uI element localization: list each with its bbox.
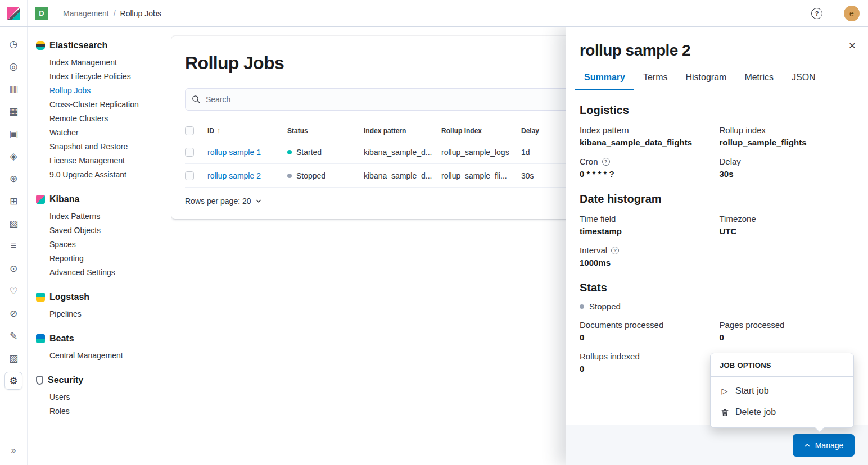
- top-navigation-bar: D Management / Rollup Jobs ? e: [0, 0, 868, 27]
- index-pattern-cell: kibana_sample_d...: [364, 148, 432, 157]
- status-cell: Started: [287, 148, 355, 157]
- help-icon[interactable]: ?: [602, 158, 610, 166]
- section-title: Logistics: [580, 104, 855, 117]
- rows-per-page-button[interactable]: Rows per page: 20: [185, 197, 262, 206]
- detail-item-rollup-index: Rollup indexrollup_sample_flights: [720, 125, 855, 147]
- section-date-histogram: Date histogramTime fieldtimestampTimezon…: [580, 193, 855, 267]
- sidebar-item-index-lifecycle-policies[interactable]: Index Lifecycle Policies: [28, 70, 171, 84]
- sidebar-section-title-beats: Beats: [28, 334, 171, 344]
- rollup-job-link[interactable]: rollup sample 2: [207, 171, 278, 180]
- detail-value: 1000ms: [580, 258, 715, 267]
- sort-ascending-icon: ↑: [217, 127, 220, 135]
- stack-management-icon[interactable]: ⚙: [4, 372, 22, 390]
- tab-summary[interactable]: Summary: [575, 64, 634, 90]
- sidebar-item-saved-objects[interactable]: Saved Objects: [28, 224, 171, 238]
- sidebar-item-roles[interactable]: Roles: [28, 404, 171, 418]
- detail-value: 0: [580, 364, 715, 373]
- sidebar-section-beats: BeatsCentral Management: [28, 334, 171, 363]
- sidebar-item-index-management[interactable]: Index Management: [28, 56, 171, 70]
- status-dot-icon: [580, 304, 584, 309]
- kibana-logo-icon: [6, 6, 21, 21]
- section-title: Date histogram: [580, 193, 855, 206]
- detail-value: 0: [580, 332, 715, 342]
- sidebar-item-rollup-jobs[interactable]: Rollup Jobs: [28, 84, 171, 98]
- canvas-icon[interactable]: ▣: [4, 125, 22, 143]
- logs-icon[interactable]: ≡: [4, 237, 22, 255]
- sidebar-item-central-management[interactable]: Central Management: [28, 349, 171, 363]
- beats-logo-icon: [36, 334, 45, 343]
- column-header-status[interactable]: Status: [287, 127, 355, 135]
- close-icon[interactable]: ×: [847, 37, 858, 53]
- breadcrumb-rollup-jobs: Rollup Jobs: [120, 9, 161, 18]
- sidebar-item-remote-clusters[interactable]: Remote Clusters: [28, 112, 171, 126]
- sidebar-item-snapshot-and-restore[interactable]: Snapshot and Restore: [28, 140, 171, 154]
- help-icon[interactable]: ?: [611, 247, 619, 254]
- detail-item-index-pattern: Index patternkibana_sample_data_flights: [580, 125, 715, 147]
- uptime-icon[interactable]: ♡: [4, 282, 22, 300]
- icon-rail: ◷◎▥▦▣◈⊛⊞▧≡⊙♡⊘✎▨⚙»: [0, 27, 28, 465]
- discover-icon[interactable]: ◎: [4, 57, 22, 75]
- sidebar-item-pipelines[interactable]: Pipelines: [28, 307, 171, 321]
- rollup-job-link[interactable]: rollup sample 1: [207, 148, 278, 157]
- collapse-menu-icon[interactable]: »: [4, 441, 22, 459]
- start-job-button[interactable]: ▷ Start job: [711, 380, 853, 402]
- detail-value: 30s: [720, 169, 855, 179]
- apm-icon[interactable]: ⊙: [4, 259, 22, 277]
- popover-items: ▷ Start job Delete job: [711, 377, 853, 427]
- detail-label: Rollup index: [720, 125, 855, 135]
- popover-title: JOB OPTIONS: [711, 353, 853, 377]
- column-header-index-pattern[interactable]: Index pattern: [364, 127, 432, 135]
- delete-job-button[interactable]: Delete job: [711, 402, 853, 423]
- tab-json[interactable]: JSON: [783, 64, 825, 90]
- space-badge[interactable]: D: [35, 7, 48, 20]
- detail-label: Documents processed: [580, 320, 715, 330]
- user-avatar[interactable]: e: [844, 6, 860, 21]
- sidebar-item-spaces[interactable]: Spaces: [28, 238, 171, 252]
- trash-icon: [720, 408, 730, 417]
- sidebar-section-label: Beats: [49, 334, 74, 344]
- sidebar-section-logstash: LogstashPipelines: [28, 292, 171, 321]
- help-icon[interactable]: ?: [811, 8, 822, 19]
- detail-item-interval: Interval?1000ms: [580, 245, 715, 267]
- dashboard-icon[interactable]: ▦: [4, 102, 22, 120]
- column-header-rollup-index[interactable]: Rollup index: [441, 127, 512, 135]
- graph-icon[interactable]: ⊞: [4, 192, 22, 210]
- stack-monitoring-icon[interactable]: ▨: [4, 349, 22, 367]
- detail-label: Interval?: [580, 245, 715, 255]
- rows-per-page-label: Rows per page: 20: [185, 197, 251, 206]
- manage-button[interactable]: Manage: [793, 434, 855, 457]
- visualize-icon[interactable]: ▥: [4, 80, 22, 98]
- chevron-down-icon: [255, 198, 262, 204]
- sidebar-item-index-patterns[interactable]: Index Patterns: [28, 209, 171, 224]
- sidebar-section-title-logstash: Logstash: [28, 292, 171, 302]
- sidebar-section-label: Logstash: [49, 292, 89, 302]
- recent-icon[interactable]: ◷: [4, 35, 22, 53]
- sidebar-item-cross-cluster-replication[interactable]: Cross-Cluster Replication: [28, 98, 171, 112]
- sidebar-item-advanced-settings[interactable]: Advanced Settings: [28, 266, 171, 280]
- metrics-icon[interactable]: ▧: [4, 215, 22, 233]
- dev-tools-icon[interactable]: ✎: [4, 327, 22, 345]
- row-checkbox[interactable]: [185, 171, 194, 180]
- select-all-checkbox[interactable]: [185, 126, 194, 135]
- sidebar-item-9-0-upgrade-assistant[interactable]: 9.0 Upgrade Assistant: [28, 168, 171, 182]
- tab-terms[interactable]: Terms: [634, 64, 677, 90]
- status-label: Stopped: [589, 302, 621, 311]
- tab-metrics[interactable]: Metrics: [735, 64, 783, 90]
- kibana-logo[interactable]: [0, 0, 28, 26]
- siem-icon[interactable]: ⊘: [4, 304, 22, 322]
- flyout-header: rollup sample 2: [566, 27, 868, 60]
- sidebar-nav: ElasticsearchIndex ManagementIndex Lifec…: [28, 27, 171, 465]
- rollup-index-cell: rollup_sample_fli...: [441, 171, 512, 180]
- sidebar-item-watcher[interactable]: Watcher: [28, 126, 171, 140]
- column-header-id[interactable]: ID↑: [207, 127, 278, 135]
- sidebar-item-reporting[interactable]: Reporting: [28, 252, 171, 266]
- sidebar-item-users[interactable]: Users: [28, 390, 171, 404]
- machine-learning-icon[interactable]: ⊛: [4, 170, 22, 188]
- logstash-logo-icon: [36, 293, 45, 302]
- tab-histogram[interactable]: Histogram: [676, 64, 735, 90]
- row-checkbox[interactable]: [185, 148, 194, 157]
- breadcrumb-management[interactable]: Management: [63, 9, 109, 18]
- maps-icon[interactable]: ◈: [4, 147, 22, 165]
- sidebar-item-license-management[interactable]: License Management: [28, 154, 171, 168]
- detail-item-timezone: TimezoneUTC: [720, 214, 855, 236]
